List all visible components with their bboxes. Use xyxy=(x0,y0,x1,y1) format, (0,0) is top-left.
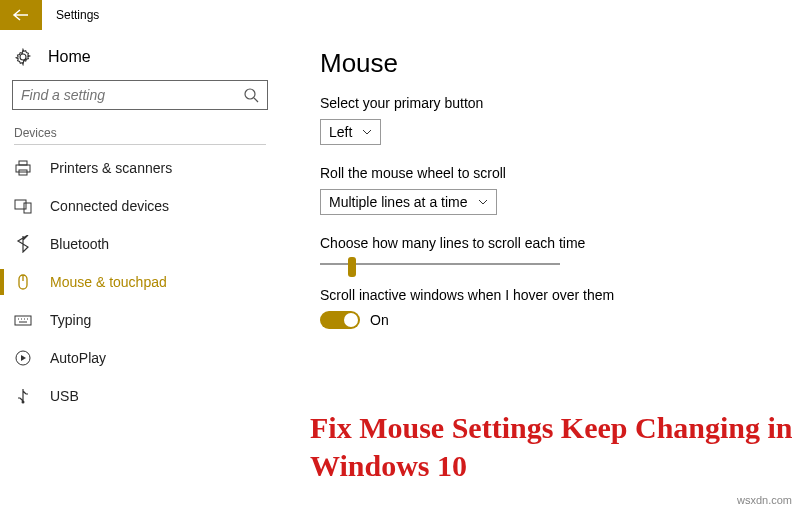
search-icon xyxy=(243,87,259,103)
overlay-caption: Fix Mouse Settings Keep Changing in Wind… xyxy=(310,409,800,484)
main-panel: Mouse Select your primary button Left Ro… xyxy=(280,30,800,425)
primary-button-label: Select your primary button xyxy=(320,95,800,111)
inactive-windows-toggle[interactable] xyxy=(320,311,360,329)
back-button[interactable] xyxy=(0,0,42,30)
nav-label: Connected devices xyxy=(50,198,169,214)
watermark: wsxdn.com xyxy=(737,494,792,506)
svg-point-16 xyxy=(22,401,25,404)
sidebar-item-printers[interactable]: Printers & scanners xyxy=(0,149,280,187)
select-value: Left xyxy=(329,124,352,140)
active-indicator xyxy=(0,269,4,295)
sidebar-item-mouse[interactable]: Mouse & touchpad xyxy=(0,263,280,301)
nav-label: Typing xyxy=(50,312,91,328)
nav-label: Bluetooth xyxy=(50,236,109,252)
sidebar-item-bluetooth[interactable]: Bluetooth xyxy=(0,225,280,263)
divider xyxy=(14,144,266,145)
sidebar: Home Devices Printers & scanners Connect… xyxy=(0,30,280,425)
svg-rect-6 xyxy=(24,203,31,213)
keyboard-icon xyxy=(14,311,32,329)
nav-label: AutoPlay xyxy=(50,350,106,366)
wheel-scroll-label: Roll the mouse wheel to scroll xyxy=(320,165,800,181)
search-field[interactable] xyxy=(21,87,243,103)
inactive-windows-label: Scroll inactive windows when I hover ove… xyxy=(320,287,800,303)
svg-rect-3 xyxy=(19,161,27,165)
nav-label: Mouse & touchpad xyxy=(50,274,167,290)
gear-icon xyxy=(14,48,32,66)
window-title: Settings xyxy=(42,8,99,22)
sidebar-section-label: Devices xyxy=(0,120,280,142)
toggle-state-text: On xyxy=(370,312,389,328)
select-value: Multiple lines at a time xyxy=(329,194,468,210)
nav-label: USB xyxy=(50,388,79,404)
sidebar-item-typing[interactable]: Typing xyxy=(0,301,280,339)
printer-icon xyxy=(14,159,32,177)
sidebar-item-connected[interactable]: Connected devices xyxy=(0,187,280,225)
slider-thumb[interactable] xyxy=(348,257,356,277)
sidebar-item-usb[interactable]: USB xyxy=(0,377,280,415)
lines-slider[interactable] xyxy=(320,263,560,265)
lines-scroll-label: Choose how many lines to scroll each tim… xyxy=(320,235,800,251)
chevron-down-icon xyxy=(478,199,488,205)
arrow-left-icon xyxy=(12,8,30,22)
sidebar-home[interactable]: Home xyxy=(0,40,280,74)
page-title: Mouse xyxy=(320,48,800,79)
toggle-knob xyxy=(344,313,358,327)
svg-rect-9 xyxy=(15,316,31,325)
svg-line-1 xyxy=(254,98,258,102)
bluetooth-icon xyxy=(14,235,32,253)
svg-rect-2 xyxy=(16,165,30,172)
mouse-icon xyxy=(14,273,32,291)
usb-icon xyxy=(14,387,32,405)
chevron-down-icon xyxy=(362,129,372,135)
primary-button-select[interactable]: Left xyxy=(320,119,381,145)
home-label: Home xyxy=(48,48,91,66)
devices-icon xyxy=(14,197,32,215)
sidebar-item-autoplay[interactable]: AutoPlay xyxy=(0,339,280,377)
nav-label: Printers & scanners xyxy=(50,160,172,176)
wheel-scroll-select[interactable]: Multiple lines at a time xyxy=(320,189,497,215)
svg-point-0 xyxy=(245,89,255,99)
search-input[interactable] xyxy=(12,80,268,110)
autoplay-icon xyxy=(14,349,32,367)
